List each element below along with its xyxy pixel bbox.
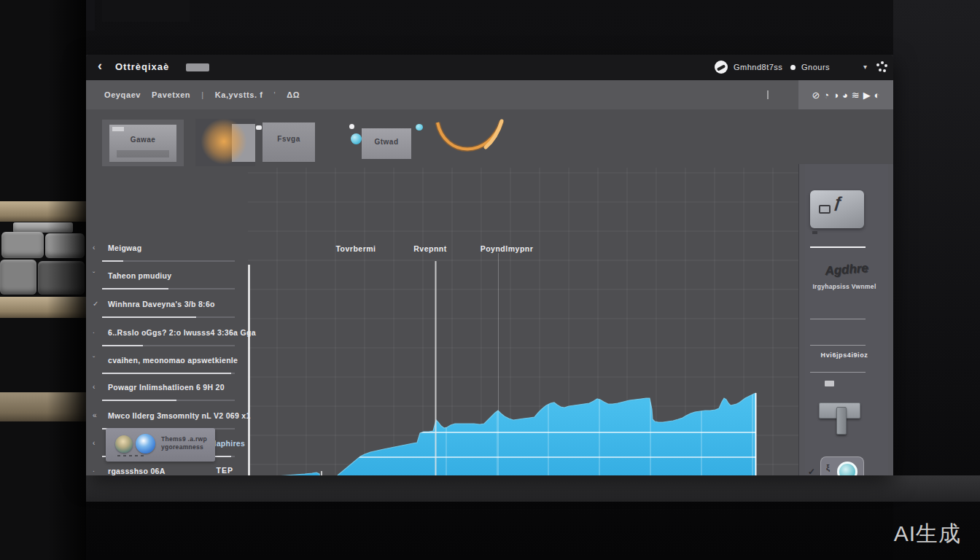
badge-glyph [717,64,726,71]
tab-separator: | [201,90,203,99]
item-progress [102,316,235,318]
token-icon-blue[interactable] [136,434,155,454]
thumbnail-card-3[interactable]: Fsvga [262,122,315,162]
sidebar-item-6[interactable]: «Mwco Ilderg 3msomnlty nL V2 069 x1 [86,411,248,422]
item-glyph: ‹ [93,244,95,252]
mini-chip-icon [825,381,834,386]
orange-glow [201,119,246,164]
cyan-badge-icon[interactable] [351,133,362,144]
waves-icon[interactable]: ≋ [852,90,860,100]
thumbnail-card-2[interactable] [195,119,255,166]
thumbnail-card-4[interactable]: Gtwad [362,128,411,159]
thumbnail-strip [117,150,169,158]
sidebar-item-1[interactable]: ˇTaheon pmudiuy [86,271,248,282]
item-progress [102,373,235,374]
play-icon[interactable]: ▶ [863,90,871,100]
tab-0[interactable]: Oeyqaev [104,90,141,99]
cyan-dot-icon [416,124,423,131]
divider [810,246,866,248]
timer-icon[interactable]: ◔ [823,90,829,100]
window-shadow-band [86,475,980,502]
chart-header-label: Rvepnnt [413,244,447,253]
thumbnail-label: Gtwad [362,138,411,146]
halftone-icon[interactable]: ◐ [874,90,880,100]
check-icon: ✓ [808,467,815,475]
tab-strip: OeyqaevPavetxen|Ka,yvstts. f'ΔΩ [104,80,300,109]
leaf-badge-icon[interactable] [715,61,728,74]
wooden-shelf [0,0,86,560]
white-dot-icon [349,124,354,129]
token-icon-olive[interactable] [115,435,133,453]
sidebar-item-3[interactable]: ∙6..Rsslo oGgs? 2:o lwusss4 3:36a Gga [86,327,248,339]
card-text: Thems9 .a.rwp ygoreamness [161,435,207,451]
paw-dots-icon[interactable] [876,63,879,66]
divider [810,345,866,346]
tab-1[interactable]: Pavetxen [152,90,190,99]
item-label: 6..Rsslo oGgs? 2:o lwusss4 3:36a Gga [108,328,256,337]
sidebar-item-0[interactable]: ‹Meigwag [86,243,248,254]
sidebar-item-8[interactable]: ∙rgassshso 06ATEP [86,466,248,475]
sidebar-item-2[interactable]: ✓Winhnra Daveyna's 3/b 8:6o [86,299,248,311]
rune-glyph-a: ξ [826,463,830,472]
item-label: rgassshso 06A [108,467,166,475]
item-glyph: ✓ [93,300,98,308]
area-chart[interactable]: TovrbermiRvepnntPoyndlmypnr6OCHMOHMODRMO… [248,168,798,475]
thumbnail-tab [112,127,124,131]
chart-header-label: Tovrbermi [335,244,376,253]
thumbnail-curve-5[interactable] [429,117,510,168]
account-status-label[interactable]: Gnours [801,63,830,71]
window-title: Ottrèqixaè [115,61,169,72]
item-glyph: ˇ [93,271,95,279]
item-label: Taheon pmudiuy [108,271,171,280]
item-glyph: ∙ [93,328,95,336]
screenshot-stage: ‹ Ottrèqixaè Gmhnd8t7ss Gnours ▾ Oeyqaev… [0,0,980,560]
card-script-glyph: ƒ [833,192,844,212]
card-dashes [117,455,147,456]
app-window: ‹ Ottrèqixaè Gmhnd8t7ss Gnours ▾ Oeyqaev… [86,55,893,475]
chart-header-label: Poyndlmypnr [481,244,534,253]
sidebar-bottom-card[interactable]: Thems9 .a.rwp ygoreamness [106,428,215,462]
title-bar: ‹ Ottrèqixaè Gmhnd8t7ss Gnours ▾ [86,55,893,80]
sidebar-item-5[interactable]: ‹Powagr Inlimshatlioen 6 9H 20 [86,382,248,394]
status-dot-icon [790,65,796,70]
rune-panel[interactable]: ξ ζ [820,456,864,475]
item-progress [102,288,235,289]
item-label: cvaihen, meonomao apswetkienle [108,356,238,365]
tab-separator: ' [274,90,276,99]
t-handle-grip[interactable] [836,407,847,435]
thumbnail-label: Fsvga [262,135,315,143]
preview-card[interactable]: ƒ [810,190,864,228]
tab-5[interactable]: ΔΩ [287,90,300,99]
chevron-down-icon[interactable]: ▾ [863,63,867,71]
item-progress [102,400,235,401]
tab-3[interactable]: Ka,yvstts. f [215,90,263,99]
item-glyph: « [93,411,97,419]
progress-icon[interactable]: ◕ [842,90,848,100]
white-marker [256,125,262,130]
orb-icon-small[interactable] [837,462,858,475]
tab-bar: OeyqaevPavetxen|Ka,yvstts. f'ΔΩ ⊘◔◑◕≋▶◐ [86,80,893,109]
item-label: Mwco Ilderg 3msomnlty nL V2 069 x1 [108,411,251,420]
code-label: Hvi6jps4i9ioz [803,351,886,359]
item-progress [102,260,235,262]
item-glyph: ‹ [93,383,95,391]
divider [810,319,866,319]
shelf-shadow [0,0,86,560]
item-label: Powagr Inlimshatlioen 6 9H 20 [108,383,225,392]
back-icon[interactable]: ‹ [98,58,102,74]
watermark: AI生成 [894,519,961,549]
card-tick [812,231,817,234]
title-badge [186,63,209,71]
chart-area-series [252,393,756,475]
contrast-icon[interactable]: ◑ [833,90,839,100]
toolbar-icon-panel: ⊘◔◑◕≋▶◐ [798,80,893,109]
item-right-label: TEP [217,466,233,475]
right-sidebar: ƒ Agdhre Irgyhapsiss Vwnmel Hvi6jps4i9io… [798,164,893,475]
item-progress [102,345,235,346]
item-glyph: ‹ [93,439,95,447]
card-rect-glyph [819,205,831,214]
item-glyph: ∙ [93,467,95,475]
sidebar-item-4[interactable]: ˇcvaihen, meonomao apswetkienle [86,355,248,367]
account-name-label[interactable]: Gmhnd8t7ss [734,63,782,71]
block-icon[interactable]: ⊘ [812,90,820,100]
